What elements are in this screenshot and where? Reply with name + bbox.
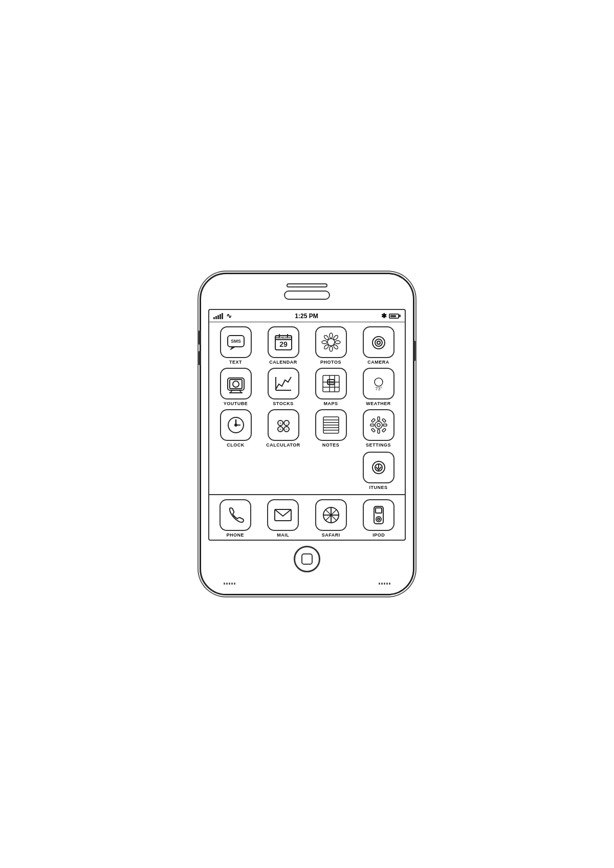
svg-point-13 xyxy=(330,346,333,351)
app-icon-photos xyxy=(315,326,347,358)
dock-phone[interactable]: PHONE xyxy=(220,499,251,538)
app-label-notes: NOTES xyxy=(322,442,340,448)
dock-label-ipod: IPOD xyxy=(372,532,385,538)
dock-label-phone: PHONE xyxy=(226,532,244,538)
app-maps[interactable]: 780 MAPS xyxy=(309,368,353,406)
svg-text:SMS: SMS xyxy=(231,339,241,344)
svg-text:73°: 73° xyxy=(375,386,382,391)
app-grid-row4: ITUNES xyxy=(209,452,405,494)
dock-ipod[interactable]: IPOD xyxy=(363,499,394,538)
app-camera[interactable]: CAMERA xyxy=(356,326,401,365)
svg-point-19 xyxy=(377,341,380,344)
svg-point-25 xyxy=(233,381,239,387)
app-icon-itunes xyxy=(363,452,394,483)
app-label-camera: CAMERA xyxy=(367,360,389,365)
svg-rect-57 xyxy=(378,417,380,420)
empty-slot-1 xyxy=(213,452,245,483)
top-connector xyxy=(287,283,327,287)
signal-icon xyxy=(213,313,223,319)
svg-point-55 xyxy=(375,421,382,429)
screen: ∿ 1:25 PM ✱ xyxy=(208,309,406,541)
app-itunes[interactable]: ITUNES xyxy=(356,452,401,490)
app-label-photos: PHOTOS xyxy=(320,360,341,365)
svg-text:WEDNESDAY: WEDNESDAY xyxy=(275,336,292,339)
svg-rect-63 xyxy=(371,428,375,432)
svg-text:×: × xyxy=(279,427,281,432)
dock-mail[interactable]: MAIL xyxy=(267,499,299,538)
svg-text:+: + xyxy=(279,421,281,426)
empty-slot-2 xyxy=(261,452,293,483)
dock-icon-safari xyxy=(315,499,347,531)
svg-point-16 xyxy=(323,335,329,340)
bottom-connector-right xyxy=(379,583,390,585)
app-stocks[interactable]: STOCKS xyxy=(261,368,305,406)
app-label-stocks: STOCKS xyxy=(273,401,293,406)
svg-point-77 xyxy=(378,518,380,520)
app-label-weather: WEATHER xyxy=(366,401,390,406)
volume-down-button[interactable] xyxy=(199,351,201,365)
app-calendar[interactable]: 29 WEDNESDAY CALENDAR xyxy=(261,326,305,365)
home-area xyxy=(208,541,406,581)
app-label-maps: MAPS xyxy=(323,401,338,406)
app-icon-notes xyxy=(315,409,347,441)
app-settings[interactable]: SETTINGS xyxy=(356,409,401,448)
svg-text:÷: ÷ xyxy=(285,427,288,432)
svg-point-56 xyxy=(377,424,380,427)
svg-rect-64 xyxy=(382,418,386,422)
dock-label-mail: MAIL xyxy=(277,532,289,538)
app-label-youtube: YOUTUBE xyxy=(224,401,248,406)
svg-point-15 xyxy=(322,341,327,344)
svg-point-14 xyxy=(323,344,329,350)
empty-slot-3 xyxy=(309,452,340,483)
app-icon-text: SMS xyxy=(220,326,252,358)
earpiece xyxy=(284,291,330,300)
app-icon-camera xyxy=(363,326,394,358)
svg-point-35 xyxy=(375,378,383,386)
app-label-calculator: CALCULATOR xyxy=(266,442,300,448)
bottom-connector-left xyxy=(224,583,235,585)
app-text[interactable]: SMS TEXT xyxy=(213,326,258,365)
battery-icon xyxy=(389,314,401,319)
dock-safari[interactable]: SAFARI xyxy=(315,499,347,538)
dock-label-safari: SAFARI xyxy=(322,532,340,538)
bluetooth-icon: ✱ xyxy=(381,312,387,320)
phone-top xyxy=(208,283,406,305)
dock-icon-phone xyxy=(220,499,251,531)
svg-rect-59 xyxy=(370,424,374,426)
svg-point-9 xyxy=(330,333,333,338)
app-icon-calendar: 29 WEDNESDAY xyxy=(268,326,299,358)
app-calculator[interactable]: + - × ÷ CALCULATOR xyxy=(261,409,305,448)
svg-text:-: - xyxy=(286,421,287,426)
svg-point-8 xyxy=(327,339,335,346)
app-icon-settings xyxy=(363,409,394,441)
svg-rect-60 xyxy=(383,424,387,426)
svg-rect-62 xyxy=(382,428,386,432)
app-icon-clock xyxy=(220,409,252,441)
status-right: ✱ xyxy=(381,312,401,320)
svg-point-17 xyxy=(372,337,385,349)
app-clock[interactable]: CLOCK xyxy=(213,409,258,448)
volume-up-button[interactable] xyxy=(199,330,201,345)
svg-rect-58 xyxy=(378,430,380,433)
app-youtube[interactable]: YOUTUBE xyxy=(213,368,258,406)
svg-point-12 xyxy=(333,344,338,350)
svg-point-76 xyxy=(376,517,381,522)
app-label-clock: CLOCK xyxy=(227,442,245,448)
home-button-inner xyxy=(301,553,313,565)
app-notes[interactable]: NOTES xyxy=(309,409,353,448)
app-icon-calculator: + - × ÷ xyxy=(268,409,299,441)
app-icon-weather: 73° xyxy=(363,368,394,399)
status-time: 1:25 PM xyxy=(295,313,318,320)
app-weather[interactable]: 73° WEATHER xyxy=(356,368,401,406)
status-bar: ∿ 1:25 PM ✱ xyxy=(209,310,405,322)
bottom-connectors xyxy=(208,583,406,585)
app-icon-stocks xyxy=(268,368,299,399)
svg-text:29: 29 xyxy=(279,340,288,348)
dock-icon-ipod xyxy=(363,499,394,531)
app-photos[interactable]: PHOTOS xyxy=(309,326,353,365)
app-label-itunes: ITUNES xyxy=(369,485,387,490)
app-label-calendar: CALENDAR xyxy=(269,360,297,365)
sleep-wake-button[interactable] xyxy=(413,341,415,361)
svg-rect-61 xyxy=(371,418,375,422)
home-button[interactable] xyxy=(294,546,320,572)
